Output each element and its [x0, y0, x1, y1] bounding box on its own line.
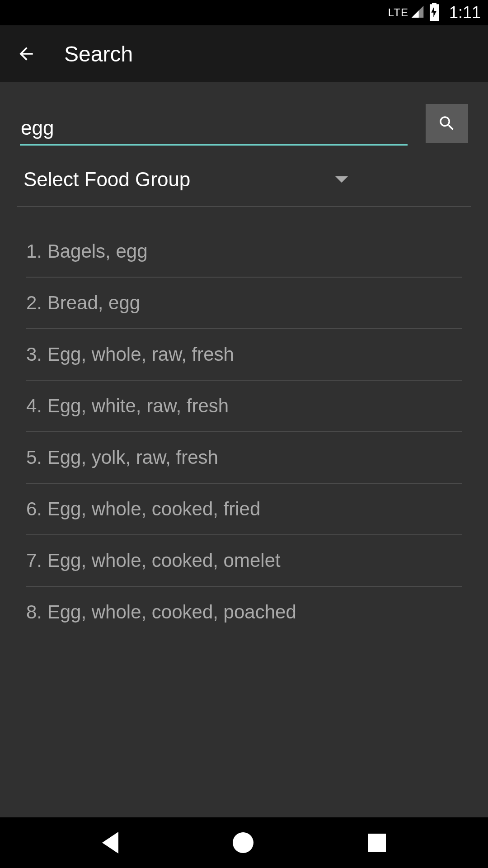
- chevron-down-icon: [335, 176, 348, 183]
- nav-back-button[interactable]: [102, 832, 118, 854]
- back-arrow-icon: [16, 44, 36, 64]
- search-input[interactable]: [20, 113, 408, 146]
- battery-icon: [428, 3, 440, 23]
- results-list: 1. Bagels, egg 2. Bread, egg 3. Egg, who…: [20, 226, 468, 637]
- clock: 1:11: [449, 3, 481, 22]
- food-group-dropdown[interactable]: Select Food Group: [20, 163, 352, 196]
- list-item[interactable]: 6. Egg, whole, cooked, fried: [26, 484, 462, 535]
- app-bar: Search: [0, 25, 488, 82]
- search-input-wrapper: [20, 113, 408, 146]
- dropdown-label: Select Food Group: [23, 168, 190, 191]
- list-item[interactable]: 1. Bagels, egg: [26, 226, 462, 278]
- nav-recent-button[interactable]: [368, 834, 386, 852]
- list-item[interactable]: 8. Egg, whole, cooked, poached: [26, 587, 462, 637]
- divider: [17, 206, 471, 207]
- list-item[interactable]: 5. Egg, yolk, raw, fresh: [26, 432, 462, 484]
- list-item[interactable]: 7. Egg, whole, cooked, omelet: [26, 535, 462, 587]
- signal-icon: [410, 5, 425, 21]
- content-area: Select Food Group 1. Bagels, egg 2. Brea…: [0, 82, 488, 817]
- list-item[interactable]: 3. Egg, whole, raw, fresh: [26, 329, 462, 381]
- list-item[interactable]: 4. Egg, white, raw, fresh: [26, 381, 462, 432]
- search-button[interactable]: [426, 104, 468, 143]
- navigation-bar: [0, 817, 488, 868]
- nav-home-button[interactable]: [233, 832, 253, 853]
- search-icon: [437, 114, 456, 133]
- search-row: [20, 104, 468, 146]
- list-item[interactable]: 2. Bread, egg: [26, 278, 462, 329]
- status-bar: LTE 1:11: [0, 0, 488, 25]
- back-button[interactable]: [15, 43, 37, 65]
- network-label: LTE: [388, 6, 408, 19]
- page-title: Search: [64, 42, 133, 66]
